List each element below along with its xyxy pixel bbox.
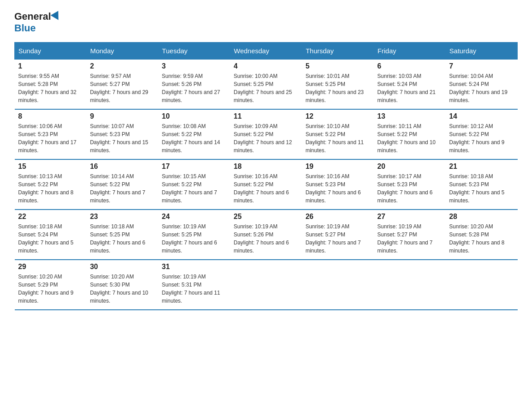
calendar-cell: 16 Sunrise: 10:14 AM Sunset: 5:22 PM Day…: [86, 159, 158, 210]
logo-general-text: General: [14, 11, 51, 22]
calendar-cell: 17 Sunrise: 10:15 AM Sunset: 5:22 PM Day…: [158, 159, 230, 210]
calendar-cell: 9 Sunrise: 10:07 AM Sunset: 5:23 PM Dayl…: [86, 109, 158, 159]
day-number: 20: [378, 163, 442, 171]
calendar-cell: 4 Sunrise: 10:00 AM Sunset: 5:25 PM Dayl…: [230, 60, 302, 110]
day-number: 16: [90, 163, 154, 171]
day-info: Sunrise: 10:03 AM Sunset: 5:24 PM Daylig…: [378, 72, 442, 104]
calendar-cell: 31 Sunrise: 10:19 AM Sunset: 5:31 PM Day…: [158, 260, 230, 310]
calendar-table: SundayMondayTuesdayWednesdayThursdayFrid…: [14, 42, 518, 310]
day-number: 23: [90, 213, 154, 221]
calendar-cell: 7 Sunrise: 10:04 AM Sunset: 5:24 PM Dayl…: [446, 60, 517, 110]
day-info: Sunrise: 9:57 AM Sunset: 5:27 PM Dayligh…: [90, 72, 154, 104]
logo: General Blue: [14, 11, 62, 34]
day-number: 12: [305, 112, 370, 120]
calendar-cell: 14 Sunrise: 10:12 AM Sunset: 5:22 PM Day…: [446, 109, 517, 159]
day-info: Sunrise: 10:00 AM Sunset: 5:25 PM Daylig…: [234, 72, 298, 104]
day-info: Sunrise: 10:09 AM Sunset: 5:22 PM Daylig…: [234, 122, 298, 154]
day-number: 3: [162, 62, 226, 70]
calendar-cell: 24 Sunrise: 10:19 AM Sunset: 5:25 PM Day…: [158, 210, 230, 260]
day-info: Sunrise: 10:11 AM Sunset: 5:22 PM Daylig…: [378, 122, 442, 154]
day-info: Sunrise: 10:16 AM Sunset: 5:22 PM Daylig…: [234, 172, 298, 205]
day-number: 27: [378, 213, 442, 221]
calendar-cell: [446, 260, 517, 310]
day-number: 11: [234, 112, 298, 120]
day-number: 28: [449, 213, 514, 221]
weekday-header-wednesday: Wednesday: [230, 43, 302, 60]
calendar-cell: 23 Sunrise: 10:18 AM Sunset: 5:25 PM Day…: [86, 210, 158, 260]
calendar-cell: 2 Sunrise: 9:57 AM Sunset: 5:27 PM Dayli…: [86, 60, 158, 110]
weekday-header-row: SundayMondayTuesdayWednesdayThursdayFrid…: [15, 43, 518, 60]
day-info: Sunrise: 9:59 AM Sunset: 5:26 PM Dayligh…: [162, 72, 226, 104]
calendar-cell: 21 Sunrise: 10:18 AM Sunset: 5:23 PM Day…: [446, 159, 517, 210]
calendar-cell: 29 Sunrise: 10:20 AM Sunset: 5:29 PM Day…: [15, 260, 86, 310]
weekday-header-tuesday: Tuesday: [158, 43, 230, 60]
calendar-cell: [230, 260, 302, 310]
calendar-cell: 5 Sunrise: 10:01 AM Sunset: 5:25 PM Dayl…: [302, 60, 373, 110]
day-info: Sunrise: 10:13 AM Sunset: 5:22 PM Daylig…: [18, 172, 83, 205]
day-info: Sunrise: 10:16 AM Sunset: 5:23 PM Daylig…: [305, 172, 370, 205]
day-info: Sunrise: 10:01 AM Sunset: 5:25 PM Daylig…: [305, 72, 370, 104]
day-info: Sunrise: 10:10 AM Sunset: 5:22 PM Daylig…: [305, 122, 370, 154]
day-number: 19: [305, 163, 370, 171]
day-info: Sunrise: 10:17 AM Sunset: 5:23 PM Daylig…: [378, 172, 442, 205]
calendar-cell: [302, 260, 373, 310]
day-number: 15: [18, 163, 83, 171]
day-number: 7: [449, 62, 514, 70]
calendar-cell: 10 Sunrise: 10:08 AM Sunset: 5:22 PM Day…: [158, 109, 230, 159]
day-number: 9: [90, 112, 154, 120]
calendar-cell: 19 Sunrise: 10:16 AM Sunset: 5:23 PM Day…: [302, 159, 373, 210]
day-info: Sunrise: 10:06 AM Sunset: 5:23 PM Daylig…: [18, 122, 83, 154]
day-info: Sunrise: 10:20 AM Sunset: 5:30 PM Daylig…: [90, 273, 154, 305]
day-number: 8: [18, 112, 83, 120]
day-number: 6: [378, 62, 442, 70]
calendar-cell: 11 Sunrise: 10:09 AM Sunset: 5:22 PM Day…: [230, 109, 302, 159]
calendar-week-row: 15 Sunrise: 10:13 AM Sunset: 5:22 PM Day…: [15, 159, 518, 210]
calendar-cell: 30 Sunrise: 10:20 AM Sunset: 5:30 PM Day…: [86, 260, 158, 310]
calendar-cell: 20 Sunrise: 10:17 AM Sunset: 5:23 PM Day…: [374, 159, 446, 210]
day-info: Sunrise: 10:12 AM Sunset: 5:22 PM Daylig…: [449, 122, 514, 154]
day-info: Sunrise: 10:19 AM Sunset: 5:31 PM Daylig…: [162, 273, 226, 305]
day-number: 24: [162, 213, 226, 221]
calendar-cell: [374, 260, 446, 310]
calendar-cell: 3 Sunrise: 9:59 AM Sunset: 5:26 PM Dayli…: [158, 60, 230, 110]
day-info: Sunrise: 10:20 AM Sunset: 5:28 PM Daylig…: [449, 223, 514, 255]
day-info: Sunrise: 10:14 AM Sunset: 5:22 PM Daylig…: [90, 172, 154, 205]
day-number: 5: [305, 62, 370, 70]
calendar-cell: 6 Sunrise: 10:03 AM Sunset: 5:24 PM Dayl…: [374, 60, 446, 110]
calendar-week-row: 22 Sunrise: 10:18 AM Sunset: 5:24 PM Day…: [15, 210, 518, 260]
day-info: Sunrise: 10:18 AM Sunset: 5:23 PM Daylig…: [449, 172, 514, 205]
logo-arrow-icon: [51, 11, 62, 22]
day-number: 26: [305, 213, 370, 221]
calendar-cell: 25 Sunrise: 10:19 AM Sunset: 5:26 PM Day…: [230, 210, 302, 260]
day-number: 21: [449, 163, 514, 171]
calendar-cell: 13 Sunrise: 10:11 AM Sunset: 5:22 PM Day…: [374, 109, 446, 159]
day-number: 18: [234, 163, 298, 171]
day-info: Sunrise: 10:18 AM Sunset: 5:25 PM Daylig…: [90, 223, 154, 255]
day-number: 13: [378, 112, 442, 120]
day-number: 1: [18, 62, 83, 70]
day-number: 22: [18, 213, 83, 221]
weekday-header-sunday: Sunday: [15, 43, 86, 60]
day-info: Sunrise: 10:08 AM Sunset: 5:22 PM Daylig…: [162, 122, 226, 154]
day-info: Sunrise: 10:04 AM Sunset: 5:24 PM Daylig…: [449, 72, 514, 104]
calendar-cell: 18 Sunrise: 10:16 AM Sunset: 5:22 PM Day…: [230, 159, 302, 210]
weekday-header-friday: Friday: [374, 43, 446, 60]
weekday-header-monday: Monday: [86, 43, 158, 60]
day-number: 14: [449, 112, 514, 120]
logo-blue-text: Blue: [14, 22, 36, 34]
calendar-week-row: 8 Sunrise: 10:06 AM Sunset: 5:23 PM Dayl…: [15, 109, 518, 159]
day-info: Sunrise: 10:20 AM Sunset: 5:29 PM Daylig…: [18, 273, 83, 305]
day-number: 2: [90, 62, 154, 70]
calendar-cell: 8 Sunrise: 10:06 AM Sunset: 5:23 PM Dayl…: [15, 109, 86, 159]
calendar-cell: 27 Sunrise: 10:19 AM Sunset: 5:27 PM Day…: [374, 210, 446, 260]
weekday-header-saturday: Saturday: [446, 43, 517, 60]
day-number: 31: [162, 263, 226, 271]
day-number: 30: [90, 263, 154, 271]
calendar-cell: 26 Sunrise: 10:19 AM Sunset: 5:27 PM Day…: [302, 210, 373, 260]
calendar-cell: 12 Sunrise: 10:10 AM Sunset: 5:22 PM Day…: [302, 109, 373, 159]
day-number: 10: [162, 112, 226, 120]
calendar-cell: 22 Sunrise: 10:18 AM Sunset: 5:24 PM Day…: [15, 210, 86, 260]
calendar-week-row: 1 Sunrise: 9:55 AM Sunset: 5:28 PM Dayli…: [15, 60, 518, 110]
day-info: Sunrise: 10:15 AM Sunset: 5:22 PM Daylig…: [162, 172, 226, 205]
day-info: Sunrise: 10:18 AM Sunset: 5:24 PM Daylig…: [18, 223, 83, 255]
